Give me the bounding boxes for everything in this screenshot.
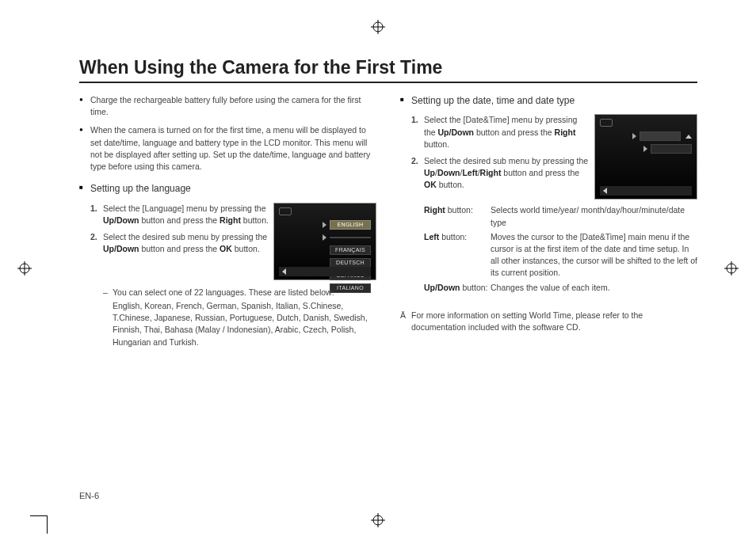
manual-page: When Using the Camera for the First Time…: [0, 0, 756, 540]
crop-mark: [47, 516, 48, 534]
step-2: 2. Select the desired sub menu by pressi…: [90, 231, 376, 348]
content-area: When Using the Camera for the First Time…: [79, 57, 697, 485]
bullet-charge: Charge the rechargeable battery fully be…: [79, 94, 376, 118]
text: Select the [Language] menu by pressing t…: [103, 203, 269, 225]
registration-mark-icon: [724, 261, 739, 276]
step-2: 2. Select the desired sub menu by pressi…: [411, 155, 697, 294]
heading-datetime: Setting up the date, time and date type: [400, 94, 697, 108]
heading-language: Setting up the language: [79, 182, 376, 196]
registration-mark-icon: [371, 20, 385, 34]
text: Select the desired sub menu by pressing …: [424, 156, 588, 189]
registration-mark-icon: [371, 513, 385, 527]
footnote: For more information on setting World Ti…: [400, 310, 697, 333]
left-button-row: Left button: Moves the cursor to the [Da…: [424, 231, 697, 280]
language-list: English, Korean, French, German, Spanish…: [113, 300, 376, 348]
text: Select the [Date&Time] menu by pressing …: [424, 115, 577, 148]
updown-button-row: Up/Down button: Changes the value of eac…: [424, 282, 697, 294]
page-title: When Using the Camera for the First Time: [79, 57, 697, 83]
bullet-first-on: When the camera is turned on for the fir…: [79, 124, 376, 173]
page-number: EN-6: [79, 491, 99, 500]
text: Select the desired sub menu by pressing …: [103, 232, 267, 253]
registration-mark-icon: [17, 261, 32, 276]
right-button-row: Right button: Selects world time/year/ m…: [424, 204, 697, 228]
step-1: 1. Select the [Language] menu by pressin…: [90, 203, 376, 226]
crop-mark: [30, 515, 48, 516]
step-1: 1. Select the [Date&Time] menu by pressi…: [411, 114, 697, 150]
left-column: Charge the rechargeable battery fully be…: [79, 94, 376, 353]
right-column: Setting up the date, time and date type …: [400, 94, 697, 353]
sub-note: You can select one of 22 languages. Thes…: [103, 287, 376, 348]
